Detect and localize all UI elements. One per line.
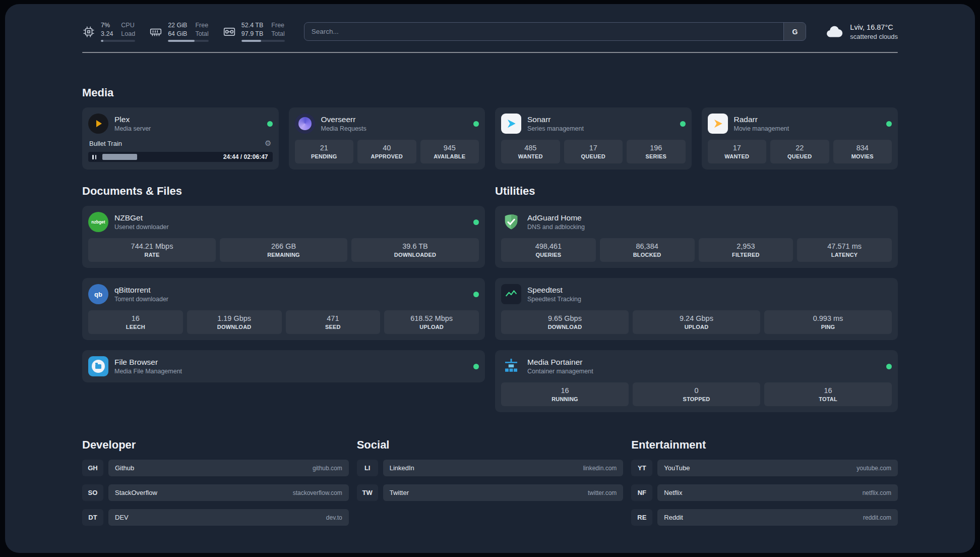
- service-title: Overseerr: [321, 115, 366, 124]
- bookmark-reddit[interactable]: RE Redditreddit.com: [631, 509, 898, 526]
- bookmark-domain: stackoverflow.com: [293, 489, 342, 496]
- stat-tile: 498,461 QUERIES: [501, 238, 596, 262]
- service-subtitle: Movie management: [734, 125, 789, 132]
- stat-label: DOWNLOAD: [503, 324, 627, 330]
- radarr-icon: [708, 114, 728, 134]
- service-card-adguard[interactable]: AdGuard Home DNS and adblocking 498,461 …: [495, 206, 898, 268]
- stat-tile: 39.6 TB DOWNLOADED: [351, 238, 479, 262]
- playback-progress-bar[interactable]: 24:44 / 02:06:47: [88, 152, 273, 162]
- playback-time: 24:44 / 02:06:47: [223, 153, 268, 160]
- bookmark-github[interactable]: GH Githubgithub.com: [82, 460, 349, 476]
- stat-label: SERIES: [629, 153, 684, 159]
- disk-icon: [223, 25, 236, 38]
- status-dot: [473, 121, 479, 127]
- weather-condition: scattered clouds: [850, 33, 898, 40]
- bookmark-domain: netflix.com: [863, 489, 891, 496]
- service-card-portainer[interactable]: Media Portainer Container management 16 …: [495, 350, 898, 412]
- service-subtitle: Media server: [114, 125, 151, 132]
- stat-value: 834: [835, 144, 890, 152]
- bookmark-abbr: TW: [357, 484, 378, 501]
- stat-label: RUNNING: [503, 396, 627, 402]
- bookmark-abbr: SO: [82, 484, 103, 501]
- stat-label: QUEUED: [772, 153, 827, 159]
- memory-total-value: 64 GiB: [168, 30, 187, 38]
- stat-label: STOPPED: [635, 396, 758, 402]
- stat-tile: 22 QUEUED: [770, 140, 829, 163]
- now-playing-title: Bullet Train: [89, 140, 122, 147]
- stat-label: FILTERED: [701, 252, 791, 258]
- stat-tile: 834 MOVIES: [833, 140, 892, 163]
- stat-value: 47.571 ms: [799, 242, 890, 250]
- service-card-overseerr[interactable]: Overseerr Media Requests 21 PENDING 40 A…: [289, 107, 485, 170]
- section-title-documents: Documents & Files: [82, 185, 485, 198]
- stat-value: 17: [710, 144, 765, 152]
- memory-free-label: Free: [195, 21, 208, 30]
- memory-total-label: Total: [195, 30, 208, 38]
- bookmark-youtube[interactable]: YT YouTubeyoutube.com: [631, 460, 898, 476]
- bookmark-stackoverflow[interactable]: SO StackOverflowstackoverflow.com: [82, 484, 349, 501]
- stat-value: 0: [635, 386, 758, 395]
- stat-label: LATENCY: [799, 252, 890, 258]
- service-card-sonarr[interactable]: Sonarr Series management 485 WANTED 17 Q…: [495, 107, 692, 170]
- stat-value: 39.6 TB: [353, 242, 477, 250]
- bookmark-domain: github.com: [313, 465, 342, 472]
- disk-total-value: 97.9 TB: [241, 30, 264, 38]
- stat-label: LEECH: [90, 324, 181, 330]
- stat-label: BLOCKED: [602, 252, 693, 258]
- bookmark-linkedin[interactable]: LI LinkedInlinkedin.com: [357, 460, 624, 476]
- cpu-load-value: 3.24: [101, 30, 113, 38]
- service-card-plex[interactable]: Plex Media server Bullet Train ⚙ 24:44 /…: [82, 107, 279, 170]
- stat-label: WANTED: [503, 153, 558, 159]
- status-dot: [267, 121, 273, 127]
- stat-tile: 16 RUNNING: [501, 382, 629, 406]
- service-title: qBittorrent: [114, 286, 168, 295]
- memory-icon: [149, 25, 162, 38]
- service-card-qbittorrent[interactable]: qb qBittorrent Torrent downloader 16 LEE…: [82, 278, 485, 340]
- bookmark-abbr: DT: [82, 509, 103, 526]
- filebrowser-icon: [88, 356, 108, 376]
- bookmark-abbr: RE: [631, 509, 652, 526]
- gear-icon[interactable]: ⚙: [265, 139, 271, 148]
- cpu-progress-bar: [101, 40, 135, 42]
- top-bar: 7% 3.24 CPU Load: [82, 21, 898, 42]
- status-dot: [886, 121, 892, 127]
- service-card-nzbget[interactable]: nzbget NZBGet Usenet downloader 744.21 M…: [82, 206, 485, 268]
- stat-tile: 196 SERIES: [627, 140, 686, 163]
- cpu-usage-label: CPU: [121, 21, 135, 30]
- resource-widgets: 7% 3.24 CPU Load: [82, 21, 285, 42]
- search-input[interactable]: [304, 23, 784, 40]
- status-dot: [680, 121, 686, 127]
- dashboard: 7% 3.24 CPU Load: [5, 4, 975, 553]
- search-provider-button[interactable]: G: [783, 23, 806, 40]
- stat-tile: 21 PENDING: [295, 140, 354, 163]
- status-dot: [886, 364, 892, 369]
- stat-tile: 0 STOPPED: [633, 382, 760, 406]
- stat-tile: 618.52 Mbps UPLOAD: [384, 310, 479, 334]
- pause-button[interactable]: [92, 155, 96, 159]
- stat-value: 21: [297, 144, 352, 152]
- service-card-filebrowser[interactable]: File Browser Media File Management: [82, 350, 485, 382]
- cpu-usage-value: 7%: [101, 21, 113, 30]
- bookmark-name: StackOverflow: [115, 489, 157, 496]
- stat-label: REMAINING: [222, 252, 345, 258]
- weather-location: Lviv, 16.87°C: [850, 23, 898, 31]
- stat-tile: 0.993 ms PING: [764, 310, 892, 334]
- service-card-radarr[interactable]: Radarr Movie management 17 WANTED 22 QUE…: [702, 107, 898, 170]
- stat-tile: 47.571 ms LATENCY: [797, 238, 892, 262]
- portainer-icon: [501, 356, 521, 376]
- service-subtitle: Media Requests: [321, 125, 366, 132]
- bookmark-netflix[interactable]: NF Netflixnetflix.com: [631, 484, 898, 501]
- stat-value: 22: [772, 144, 827, 152]
- stat-value: 471: [288, 314, 379, 322]
- cpu-widget: 7% 3.24 CPU Load: [82, 21, 135, 42]
- utilities-column: Utilities AdGuard Home DNS and adblockin…: [495, 185, 898, 412]
- stat-value: 16: [766, 386, 890, 395]
- bookmark-group-entertainment: Entertainment YT YouTubeyoutube.com NF N…: [631, 438, 898, 526]
- stat-value: 86,384: [602, 242, 693, 250]
- stat-value: 945: [422, 144, 477, 152]
- nzbget-icon: nzbget: [88, 212, 108, 232]
- bookmark-dev[interactable]: DT DEVdev.to: [82, 509, 349, 526]
- service-card-speedtest[interactable]: Speedtest Speedtest Tracking 9.65 Gbps D…: [495, 278, 898, 340]
- service-title: NZBGet: [114, 213, 169, 222]
- bookmark-twitter[interactable]: TW Twittertwitter.com: [357, 484, 624, 501]
